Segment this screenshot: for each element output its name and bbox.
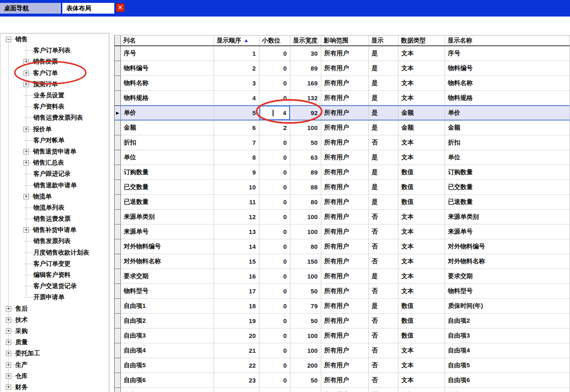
cell-display-name[interactable]: 金额	[445, 120, 570, 135]
table-row[interactable]: 序号 1 0 30 所有用户 是 文本 序号	[115, 46, 570, 61]
cell-scope[interactable]: 所有用户	[321, 165, 369, 179]
row-selector-cell[interactable]	[115, 195, 121, 210]
cell-decimal-places[interactable]: 0	[259, 76, 290, 90]
tree-item[interactable]: + 仓库	[1, 371, 108, 382]
cell-scope[interactable]: 所有用户	[321, 269, 369, 283]
table-row[interactable]: 来源单号 13 0 100 所有用户 否 文本 来源单号	[115, 224, 570, 239]
cell-visible[interactable]: 否	[369, 254, 398, 269]
tree-expand-toggle-icon[interactable]: +	[6, 340, 11, 345]
row-selector-cell[interactable]	[115, 314, 121, 328]
cell-data-type[interactable]: 文本	[398, 135, 445, 150]
tree-item[interactable]: 销售退款申请单	[1, 179, 108, 191]
tree-item[interactable]: + 销售汇总表	[1, 157, 108, 168]
cell-decimal-places[interactable]: 0	[259, 343, 290, 358]
table-row[interactable]: 物料名称 3 0 169 所有用户 是 文本 物料名称	[115, 76, 570, 91]
table-row[interactable]: 物料规格 4 0 132 所有用户 是 文本 物料规格	[115, 91, 570, 106]
cell-data-type[interactable]: 文本	[398, 46, 445, 61]
tree-expand-toggle-icon[interactable]: +	[6, 385, 11, 390]
table-row[interactable]: 自由项3 20 0 100 所有用户 否 数值 自由项3	[115, 328, 570, 343]
tree-item[interactable]: 客户资料表	[1, 101, 108, 112]
close-tab-button[interactable]: ✕	[116, 3, 125, 12]
cell-column-name[interactable]: 自由项1	[121, 299, 214, 313]
cell-display-name[interactable]: 对外物料名称	[445, 254, 570, 269]
cell-scope[interactable]: 所有用户	[321, 388, 369, 392]
cell-visible[interactable]: 是	[369, 150, 398, 165]
cell-display-name[interactable]: 单位	[445, 150, 570, 165]
cell-scope[interactable]: 所有用户	[321, 46, 369, 61]
tree-item[interactable]: + 财务	[1, 382, 108, 392]
tree-item[interactable]: + 预测订单	[1, 79, 108, 90]
cell-visible[interactable]: 否	[369, 239, 398, 254]
tree-item[interactable]: + 物流单	[1, 191, 108, 202]
table-row[interactable]: 要求交期 16 0 100 所有用户 是 文本 要求交期	[115, 269, 570, 284]
tree-item[interactable]: − 销售	[1, 34, 108, 45]
cell-display-width[interactable]: 30	[290, 46, 321, 61]
cell-visible[interactable]: 是	[369, 165, 398, 179]
cell-column-name[interactable]: 金额	[121, 120, 214, 135]
cell-display-order[interactable]: 8	[214, 150, 259, 165]
row-selector-cell[interactable]	[115, 284, 121, 299]
cell-decimal-places[interactable]: 2	[259, 120, 290, 135]
tree-expand-toggle-icon[interactable]: +	[24, 160, 29, 165]
row-selector-cell[interactable]	[115, 269, 121, 284]
tab-table-body-layout[interactable]: 表体布局	[62, 3, 114, 14]
cell-visible[interactable]: 是	[369, 76, 398, 90]
table-row[interactable]: 已交数量 10 0 88 所有用户 是 数值 已交数量	[115, 180, 570, 195]
cell-display-name[interactable]: 对外物料编号	[445, 239, 570, 254]
cell-display-width[interactable]: 100	[290, 120, 321, 135]
cell-data-type[interactable]: 文本	[398, 343, 445, 358]
cell-column-name[interactable]: 自由项6	[121, 373, 214, 387]
cell-column-name[interactable]: 单价	[121, 106, 214, 120]
cell-display-width[interactable]: 100	[290, 269, 321, 283]
table-row[interactable]: 自由项2 19 0 50 所有用户 否 数值 自由项2	[115, 314, 570, 328]
cell-display-name[interactable]: 物料编号	[445, 61, 570, 76]
cell-column-name[interactable]: 自由项2	[121, 314, 214, 328]
cell-visible[interactable]: 否	[369, 358, 398, 373]
header-display-order[interactable]: 显示顺序▲	[214, 35, 259, 45]
table-row[interactable]: 折扣 7 0 50 所有用户 否 文本 折扣	[115, 135, 570, 150]
cell-display-width[interactable]: 132	[290, 91, 321, 105]
cell-data-type[interactable]: 数值	[398, 195, 445, 209]
cell-data-type[interactable]: 数值	[398, 328, 445, 343]
row-selector-cell[interactable]	[115, 343, 121, 358]
cell-display-order[interactable]: 22	[214, 358, 259, 373]
cell-visible[interactable]: 否	[369, 284, 398, 298]
cell-decimal-places[interactable]: 0	[259, 284, 290, 298]
table-row[interactable]: 订购数量 9 0 89 所有用户 是 数值 订购数量	[115, 165, 570, 180]
tree-item[interactable]: 客户交退货记录	[1, 281, 108, 292]
row-selector-cell[interactable]	[115, 91, 121, 106]
cell-display-width[interactable]: 200	[290, 358, 321, 373]
cell-display-order[interactable]: 21	[214, 343, 259, 358]
cell-display-name[interactable]: 单价	[445, 106, 570, 120]
cell-data-type[interactable]: 金额	[398, 388, 445, 392]
cell-display-order[interactable]: 19	[214, 314, 259, 328]
tree-item[interactable]: 业务员设置	[1, 90, 108, 101]
cell-display-width[interactable]: 50	[290, 135, 321, 150]
cell-column-name[interactable]: 已交数量	[121, 180, 214, 194]
cell-data-type[interactable]: 文本	[398, 91, 445, 105]
cell-display-name[interactable]: 物料型号	[445, 284, 570, 298]
row-selector-cell[interactable]	[115, 239, 121, 254]
row-selector-cell[interactable]	[115, 388, 121, 392]
tree-item[interactable]: 客户订单变更	[1, 258, 108, 269]
cell-data-type[interactable]: 数值	[398, 314, 445, 328]
cell-display-order[interactable]: 1	[214, 46, 259, 61]
cell-visible[interactable]: 否	[369, 373, 398, 387]
cell-column-name[interactable]: 对外物料名称	[121, 254, 214, 269]
row-selector-cell[interactable]	[115, 299, 121, 314]
cell-display-width[interactable]: 100	[290, 210, 321, 224]
tree-item[interactable]: + 客户订单	[1, 68, 108, 79]
tree-item[interactable]: 开票申请单	[1, 292, 108, 303]
tree-expand-toggle-icon[interactable]: +	[6, 373, 11, 379]
cell-display-name[interactable]: 折扣	[445, 135, 570, 150]
cell-display-width[interactable]: 100	[290, 224, 321, 239]
tab-desktop-navigation[interactable]: 桌面导航	[0, 3, 61, 14]
cell-display-order[interactable]: 6	[214, 120, 259, 135]
cell-visible[interactable]: 否	[369, 388, 398, 392]
cell-display-width[interactable]: 169	[290, 76, 321, 90]
cell-scope[interactable]: 所有用户	[321, 106, 369, 120]
cell-scope[interactable]: 所有用户	[321, 224, 369, 239]
row-selector-cell[interactable]	[115, 254, 121, 269]
cell-display-name[interactable]: 序号	[445, 46, 570, 61]
cell-visible[interactable]: 否	[369, 343, 398, 358]
